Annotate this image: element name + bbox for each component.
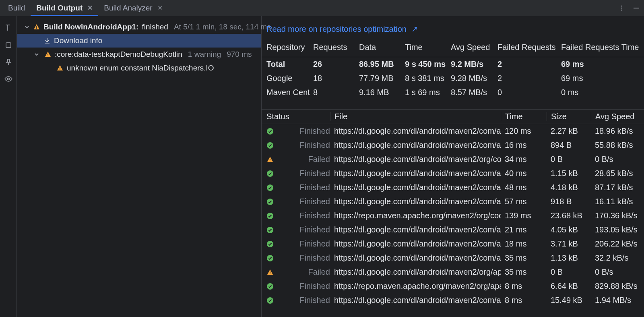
download-row[interactable]: Finishedhttps://dl.google.com/dl/android… <box>262 124 644 138</box>
download-row[interactable]: Finishedhttps://dl.google.com/dl/android… <box>262 138 644 152</box>
download-row[interactable]: Finishedhttps://dl.google.com/dl/android… <box>262 293 644 307</box>
download-cell: https://dl.google.com/dl/android/maven2/… <box>330 169 501 178</box>
svg-rect-9 <box>47 56 48 56</box>
col-repository[interactable]: Repository <box>266 43 313 52</box>
status-cell: Finished <box>266 126 330 136</box>
warning-icon <box>56 64 64 72</box>
download-cell: 35 ms <box>501 267 547 277</box>
more-icon[interactable] <box>614 2 629 14</box>
status-cell: Finished <box>266 296 330 305</box>
svg-rect-7 <box>36 28 37 29</box>
download-cell: 32.2 kB/s <box>591 253 639 263</box>
status-cell: Failed <box>266 155 330 164</box>
col-requests[interactable]: Requests <box>313 43 359 52</box>
repo-cell: 69 ms <box>561 60 639 69</box>
download-row[interactable]: Finishedhttps://dl.google.com/dl/android… <box>262 223 644 237</box>
status-cell: Finished <box>266 211 330 220</box>
download-row[interactable]: Finishedhttps://dl.google.com/dl/android… <box>262 251 644 265</box>
download-cell: 16.11 kB/s <box>591 197 639 206</box>
download-row[interactable]: Failedhttps://dl.google.com/dl/android/m… <box>262 265 644 279</box>
tab-build[interactable]: Build <box>2 0 31 16</box>
repo-cell: 2 <box>497 60 561 69</box>
download-cell: https://dl.google.com/dl/android/maven2/… <box>330 197 501 206</box>
repo-cell: Maven Cent <box>266 88 313 97</box>
col-data[interactable]: Data <box>359 43 405 52</box>
pin-icon[interactable] <box>4 58 12 66</box>
status-cell: Finished <box>266 282 330 291</box>
repo-cell: 0 ms <box>561 88 639 97</box>
download-cell: 18 ms <box>501 239 547 249</box>
svg-rect-24 <box>270 273 270 274</box>
col-status[interactable]: Status <box>266 112 330 121</box>
repo-row[interactable]: Maven Cent89.16 MB1 s 69 ms8.57 MB/s00 m… <box>262 85 644 99</box>
tree-download-info[interactable]: Download info <box>17 34 261 48</box>
status-cell: Finished <box>266 169 330 178</box>
svg-rect-6 <box>36 26 37 28</box>
svg-rect-14 <box>270 159 270 160</box>
chevron-down-icon[interactable] <box>24 24 30 30</box>
check-icon <box>266 198 274 205</box>
check-icon <box>266 283 274 290</box>
check-icon <box>266 184 274 191</box>
tab-build-output[interactable]: Build Output ✕ <box>31 0 98 16</box>
download-row[interactable]: Finishedhttps://dl.google.com/dl/android… <box>262 195 644 209</box>
build-tree: Build NowinAndroidApp1: finished At 5/1 … <box>17 16 262 317</box>
col-avgspeed[interactable]: Avg Speed <box>451 43 497 52</box>
col-failedtime[interactable]: Failed Requests Time <box>561 43 639 52</box>
minimize-icon[interactable] <box>629 2 644 14</box>
download-cell: 8 ms <box>501 282 547 291</box>
repositories-link[interactable]: Read more on repositories optimization ↗ <box>262 16 644 38</box>
chevron-down-icon[interactable] <box>34 52 41 57</box>
col-avgspeed[interactable]: Avg Speed <box>591 112 639 121</box>
col-time[interactable]: Time <box>501 112 547 121</box>
download-row[interactable]: Finishedhttps://dl.google.com/dl/android… <box>262 237 644 251</box>
download-cell: 4.05 kB <box>547 225 591 234</box>
svg-rect-8 <box>47 54 48 55</box>
download-cell: 28.65 kB/s <box>591 169 639 178</box>
col-time[interactable]: Time <box>405 43 451 52</box>
tree-task[interactable]: :core:data-test:kaptDemoDebugKotlin 1 wa… <box>17 48 261 61</box>
download-cell: 55.88 kB/s <box>591 141 639 150</box>
close-icon[interactable]: ✕ <box>87 4 93 12</box>
status-cell: Finished <box>266 225 330 234</box>
check-icon <box>266 297 274 304</box>
status-label: Finished <box>278 197 330 206</box>
tab-bar: Build Build Output ✕ Build Analyzer ✕ <box>0 0 644 16</box>
check-icon <box>266 255 274 262</box>
download-cell: 8 ms <box>501 296 547 305</box>
svg-rect-3 <box>634 8 639 8</box>
hammer-icon[interactable] <box>4 23 13 32</box>
status-cell: Finished <box>266 183 330 192</box>
download-row[interactable]: Finishedhttps://dl.google.com/dl/android… <box>262 166 644 180</box>
col-size[interactable]: Size <box>547 112 591 121</box>
download-cell: 918 B <box>547 197 591 206</box>
download-row[interactable]: Finishedhttps://repo.maven.apache.org/ma… <box>262 209 644 223</box>
download-cell: 35 ms <box>501 253 547 263</box>
repo-row[interactable]: Total2686.95 MB9 s 450 ms9.2 MB/s269 ms <box>262 57 644 71</box>
status-cell: Failed <box>266 267 330 277</box>
svg-point-1 <box>621 7 622 8</box>
download-row[interactable]: Finishedhttps://dl.google.com/dl/android… <box>262 180 644 195</box>
repo-row[interactable]: Google1877.79 MB8 s 381 ms9.28 MB/s269 m… <box>262 71 644 85</box>
download-cell: https://dl.google.com/dl/android/maven2/… <box>330 239 501 249</box>
svg-rect-4 <box>6 43 11 48</box>
eye-icon[interactable] <box>4 75 13 83</box>
download-row[interactable]: Failedhttps://dl.google.com/dl/android/m… <box>262 152 644 166</box>
download-row[interactable]: Finishedhttps://repo.maven.apache.org/ma… <box>262 279 644 293</box>
warning-icon <box>44 51 52 58</box>
col-failedreq[interactable]: Failed Requests <box>497 43 561 52</box>
download-cell: 21 ms <box>501 225 547 234</box>
tab-build-analyzer[interactable]: Build Analyzer ✕ <box>98 0 168 16</box>
close-icon[interactable]: ✕ <box>157 4 163 12</box>
svg-rect-11 <box>60 69 60 70</box>
tree-warning[interactable]: unknown enum constant NiaDispatchers.IO <box>17 61 261 75</box>
download-cell: 15.49 kB <box>547 296 591 305</box>
check-icon <box>266 128 274 135</box>
repo-cell: 8 s 381 ms <box>405 74 451 83</box>
download-cell: 40 ms <box>501 169 547 178</box>
repo-cell: 86.95 MB <box>359 60 405 69</box>
tree-root[interactable]: Build NowinAndroidApp1: finished At 5/1 … <box>17 20 261 34</box>
col-file[interactable]: File <box>330 112 501 121</box>
download-cell: 23.68 kB <box>547 211 591 220</box>
stop-icon[interactable] <box>4 41 12 49</box>
